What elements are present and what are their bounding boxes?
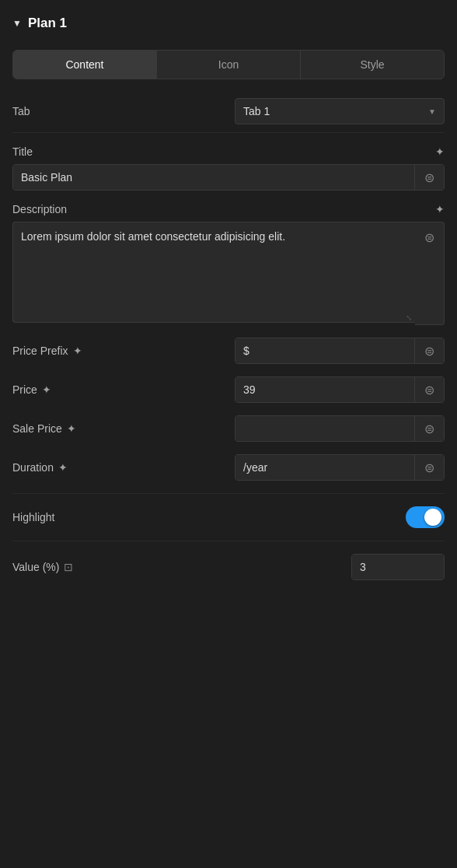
value-pct-row: Value (%) ⊡ [12, 554, 445, 580]
tab-switcher: Content Icon Style [12, 50, 445, 79]
divider-2 [12, 493, 445, 494]
duration-field-group: ⊜ [235, 454, 445, 481]
tab-style[interactable]: Style [301, 51, 444, 79]
price-row: Price ✦ ⊜ [12, 376, 445, 403]
tab-dropdown-value: Tab 1 [243, 105, 270, 117]
title-db-icon[interactable]: ⊜ [414, 165, 444, 190]
tab-field-row: Tab Tab 1 ▼ [12, 98, 445, 124]
sale-price-db-icon[interactable]: ⊜ [414, 416, 444, 441]
price-prefix-row: Price Prefix ✦ ⊜ [12, 338, 445, 364]
price-label: Price ✦ [12, 383, 51, 396]
desc-ai-sparkle-icon[interactable]: ✦ [435, 203, 445, 215]
dropdown-arrow-icon: ▼ [428, 107, 436, 116]
title-input[interactable] [13, 165, 414, 190]
sale-price-label: Sale Price ✦ [12, 422, 76, 435]
duration-row: Duration ✦ ⊜ [12, 454, 445, 481]
price-prefix-input[interactable] [235, 338, 414, 363]
toggle-slider [406, 506, 445, 528]
plan-header: ▼ Plan 1 [12, 16, 445, 31]
chevron-down-icon: ▼ [12, 18, 22, 29]
tab-dropdown[interactable]: Tab 1 ▼ [235, 98, 445, 124]
price-field-group: ⊜ [235, 376, 445, 403]
value-pct-input[interactable] [352, 555, 445, 579]
panel: ▼ Plan 1 Content Icon Style Tab Tab 1 ▼ … [0, 0, 457, 604]
highlight-row: Highlight [12, 506, 445, 528]
sale-price-field-group: ⊜ [235, 415, 445, 442]
price-input[interactable] [235, 377, 414, 402]
tab-content[interactable]: Content [13, 51, 157, 79]
value-pct-label: Value (%) ⊡ [12, 561, 73, 573]
title-label: Title [12, 145, 33, 158]
price-db-icon[interactable]: ⊜ [414, 377, 444, 402]
tab-label: Tab [12, 105, 30, 117]
price-prefix-ai-icon[interactable]: ✦ [73, 345, 82, 357]
title-label-row: Title ✦ [12, 145, 445, 158]
sale-price-row: Sale Price ✦ ⊜ [12, 415, 445, 442]
duration-input[interactable] [235, 455, 414, 480]
price-prefix-db-icon[interactable]: ⊜ [414, 338, 444, 363]
sale-price-input[interactable] [235, 416, 414, 441]
ai-sparkle-icon[interactable]: ✦ [435, 145, 445, 158]
highlight-label: Highlight [12, 511, 54, 523]
highlight-toggle[interactable] [406, 506, 445, 528]
description-field-row: Lorem ipsum dolor sit amet consectetur a… [12, 222, 445, 325]
plan-title: Plan 1 [28, 16, 67, 31]
title-field-group: ⊜ [12, 164, 445, 191]
description-db-icon[interactable]: ⊜ [415, 222, 445, 325]
divider-3 [12, 541, 445, 541]
duration-label: Duration ✦ [12, 461, 68, 474]
price-ai-icon[interactable]: ✦ [42, 383, 51, 396]
divider-1 [12, 132, 445, 133]
sale-price-ai-icon[interactable]: ✦ [67, 422, 76, 435]
price-prefix-label: Price Prefix ✦ [12, 345, 82, 357]
description-label-row: Description ✦ [12, 203, 445, 215]
tab-icon[interactable]: Icon [157, 51, 301, 79]
duration-ai-icon[interactable]: ✦ [58, 461, 68, 474]
description-input[interactable]: Lorem ipsum dolor sit amet consectetur a… [12, 222, 415, 323]
monitor-icon: ⊡ [64, 561, 73, 573]
value-pct-field-group [351, 554, 445, 580]
price-prefix-field-group: ⊜ [235, 338, 445, 364]
description-textarea-wrapper: Lorem ipsum dolor sit amet consectetur a… [12, 222, 415, 325]
description-label: Description [12, 203, 67, 215]
duration-db-icon[interactable]: ⊜ [414, 455, 444, 480]
